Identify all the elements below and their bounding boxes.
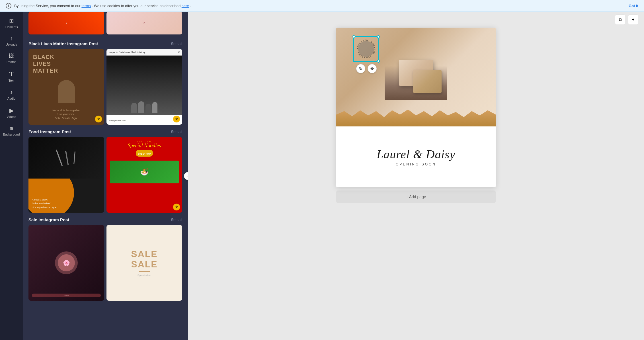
circular-text: • NEW • NEW • NEW • NEW • NEW • NEW •	[353, 36, 379, 62]
sidebar-item-audio[interactable]: ♪ Audio	[1, 86, 21, 103]
brand-name: Laurel & Daisy	[377, 148, 455, 161]
move-button[interactable]: ✥	[368, 64, 377, 73]
got-it-button[interactable]: Got it	[629, 4, 638, 8]
food-template-orange[interactable]: A chef's apronis the equivalentof a supe…	[28, 137, 104, 213]
sidebar-photos-label: Photos	[7, 60, 16, 64]
sidebar-item-videos[interactable]: ▶ Videos	[1, 104, 21, 121]
design-canvas[interactable]: Laurel & Daisy OPENING SOON	[336, 28, 496, 187]
canvas-toolbar: ⧉ +	[188, 12, 644, 28]
premium-badge-blm1: ♛	[95, 116, 102, 122]
sidebar-videos-label: Videos	[7, 115, 16, 118]
premium-badge-food-red: ♛	[173, 204, 180, 210]
add-page-button[interactable]: + Add page	[336, 191, 496, 203]
duplicate-button[interactable]: ⧉	[615, 15, 625, 25]
bhm-close-icon: ✕	[178, 51, 180, 54]
sidebar-item-background[interactable]: ≋ Background	[1, 122, 21, 139]
opening-soon: OPENING SOON	[396, 162, 436, 166]
circular-text-svg: • NEW • NEW • NEW • NEW • NEW • NEW •	[355, 38, 378, 60]
duplicate-icon: ⧉	[619, 17, 622, 22]
terms-link[interactable]: terms	[81, 4, 91, 8]
bhm-template[interactable]: Ways to Celebrate Black History ✕	[106, 49, 182, 125]
sidebar-elements-label: Elements	[5, 25, 18, 29]
food-template-red[interactable]: Best Deal Special Noodles ORDER NOW 🍜 ♛	[106, 137, 182, 213]
canvas-wrapper: Laurel & Daisy OPENING SOON	[336, 28, 496, 203]
sidebar-audio-label: Audio	[7, 97, 15, 100]
sale-pink-label: 30%	[32, 294, 101, 297]
blm-see-all[interactable]: See all	[171, 42, 182, 46]
canvas-area: ⧉ +	[188, 12, 644, 340]
bhm-website: reallygreatsite.com	[109, 120, 126, 122]
blm-section-title: Black Lives Matter Instagram Post	[28, 41, 98, 46]
sale-template-beige[interactable]: SALE SALE Special offers	[106, 225, 182, 301]
sidebar: ⊞ Elements ↑ Uploads 🖼 Photos T Text ♪ A…	[0, 12, 23, 340]
videos-icon: ▶	[9, 107, 14, 114]
uploads-icon: ↑	[10, 36, 13, 42]
blm-template-1[interactable]: BLACKLIVESMATTER We're all in this toget…	[28, 49, 104, 125]
blm-templates-grid: BLACKLIVESMATTER We're all in this toget…	[23, 49, 188, 125]
sidebar-item-text[interactable]: T Text	[1, 67, 21, 85]
special-noodles-title: Special Noodles	[110, 143, 179, 149]
food-section-title: Food Instagram Post	[28, 129, 71, 134]
top-template-1[interactable]: ♥	[28, 12, 104, 34]
blm-card-subtitle: We're all in this together.Use your voic…	[33, 109, 100, 120]
bhm-image	[106, 56, 182, 115]
audio-icon: ♪	[10, 89, 13, 96]
sidebar-text-label: Text	[9, 79, 14, 82]
sidebar-item-elements[interactable]: ⊞ Elements	[1, 15, 21, 32]
sidebar-item-photos[interactable]: 🖼 Photos	[1, 50, 21, 66]
top-templates-partial: ♥ ✿	[23, 12, 188, 37]
premium-badge-bhm: ♛	[173, 116, 180, 122]
templates-panel: ♥ ✿ Black Lives Matter Instagram Post Se…	[23, 12, 188, 340]
elements-icon: ⊞	[9, 17, 14, 24]
sale-template-pink[interactable]: 🌸 30%	[28, 225, 104, 301]
app-layout: ⊞ Elements ↑ Uploads 🖼 Photos T Text ♪ A…	[0, 12, 644, 340]
sale-subtitle: Special offers	[138, 274, 151, 276]
sidebar-item-uploads[interactable]: ↑ Uploads	[1, 33, 21, 49]
food-section-header: Food Instagram Post See all	[23, 125, 188, 137]
blm-card-title: BLACKLIVESMATTER	[33, 54, 100, 74]
info-icon: i	[6, 3, 11, 9]
photos-icon: 🖼	[9, 53, 14, 59]
here-link[interactable]: here	[182, 4, 189, 8]
sale-beige-title-2: SALE	[131, 260, 157, 269]
selected-element[interactable]: • NEW • NEW • NEW • NEW • NEW • NEW • ↻ …	[353, 36, 379, 62]
background-icon: ≋	[9, 125, 14, 132]
sidebar-background-label: Background	[3, 133, 20, 136]
cookie-banner: i By using the Service, you consent to o…	[0, 0, 644, 12]
element-controls: ↻ ✥	[356, 64, 377, 73]
expand-icon: +	[632, 17, 634, 22]
sale-divider	[139, 271, 150, 272]
bhm-header: Ways to Celebrate Black History ✕	[106, 49, 182, 56]
order-now-label: ORDER NOW	[138, 153, 151, 155]
top-template-2[interactable]: ✿	[106, 12, 182, 34]
sale-section-header: Sale Instagram Post See all	[23, 213, 188, 225]
cookie-text: By using the Service, you consent to our…	[14, 4, 191, 8]
sale-beige-title: SALE	[131, 249, 157, 259]
bhm-header-text: Ways to Celebrate Black History	[109, 51, 145, 54]
text-icon: T	[9, 70, 14, 78]
chef-quote: A chef's apronis the equivalentof a supe…	[32, 198, 101, 210]
expand-button[interactable]: +	[628, 15, 638, 25]
sidebar-uploads-label: Uploads	[6, 43, 17, 46]
sale-see-all[interactable]: See all	[171, 218, 182, 222]
food-see-all[interactable]: See all	[171, 130, 182, 134]
sale-section-title: Sale Instagram Post	[28, 217, 69, 222]
blm-section-header: Black Lives Matter Instagram Post See al…	[23, 37, 188, 49]
sale-templates-grid: 🌸 30% SALE SALE Special offers	[23, 225, 188, 301]
rotate-button[interactable]: ↻	[356, 64, 365, 73]
canvas-bottom: Laurel & Daisy OPENING SOON	[336, 126, 496, 187]
food-templates-grid: A chef's apronis the equivalentof a supe…	[23, 137, 188, 213]
